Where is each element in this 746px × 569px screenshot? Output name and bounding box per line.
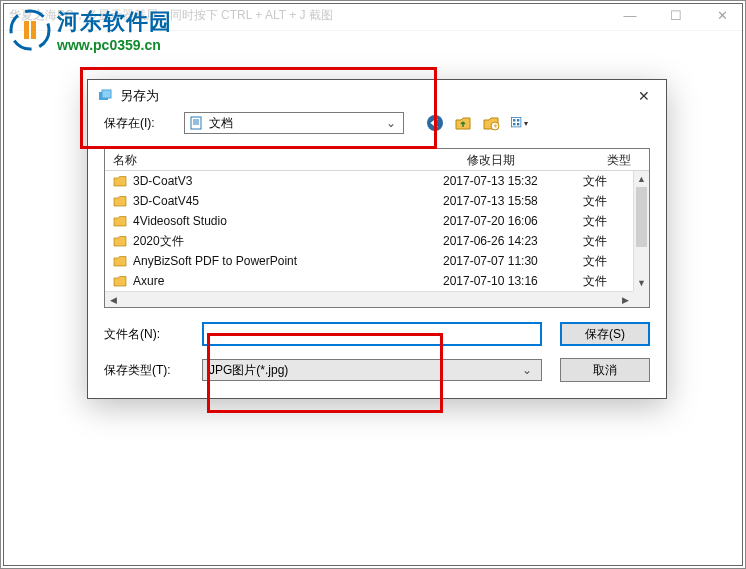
folder-icon [113, 196, 127, 207]
file-date: 2017-07-10 13:16 [443, 274, 583, 288]
file-type: 文件 [583, 193, 633, 210]
scroll-up-icon[interactable]: ▲ [634, 171, 649, 187]
file-type: 文件 [583, 273, 633, 290]
file-date: 2017-06-26 14:23 [443, 234, 583, 248]
file-name: Axure [133, 274, 164, 288]
svg-rect-15 [513, 123, 515, 125]
svg-point-0 [11, 11, 49, 49]
list-item[interactable]: 3D-CoatV452017-07-13 15:58文件 [105, 191, 633, 211]
svg-rect-14 [517, 119, 519, 121]
documents-icon [189, 116, 203, 130]
chevron-down-icon: ⌄ [383, 116, 399, 130]
filename-label: 文件名(N): [104, 326, 184, 343]
dialog-title: 另存为 [120, 87, 632, 105]
dialog-icon [98, 89, 112, 103]
column-header-date[interactable]: 修改日期 [459, 149, 599, 170]
view-menu-icon[interactable]: ▾ [510, 114, 528, 132]
up-folder-icon[interactable] [454, 114, 472, 132]
filetype-label: 保存类型(T): [104, 362, 184, 379]
svg-rect-4 [102, 90, 111, 98]
svg-point-9 [427, 115, 443, 131]
scroll-right-icon[interactable]: ▶ [617, 292, 633, 308]
file-list: 名称 修改日期 类型 3D-CoatV32017-07-13 15:32文件3D… [104, 148, 650, 308]
dialog-close-button[interactable]: ✕ [632, 84, 656, 108]
parent-max-button[interactable]: ☐ [653, 1, 699, 31]
folder-icon [113, 216, 127, 227]
file-date: 2017-07-13 15:32 [443, 174, 583, 188]
file-type: 文件 [583, 233, 633, 250]
save-as-dialog: 另存为 ✕ 保存在(I): 文档 ⌄ ✳ ▾ 名称 修改日期 [87, 79, 667, 399]
file-type: 文件 [583, 253, 633, 270]
watermark-logo-icon [9, 9, 51, 51]
watermark: 河东软件园 www.pc0359.cn [9, 7, 172, 53]
list-item[interactable]: 2020文件2017-06-26 14:23文件 [105, 231, 633, 251]
svg-rect-1 [24, 21, 29, 39]
back-icon[interactable] [426, 114, 444, 132]
folder-icon [113, 236, 127, 247]
chevron-down-icon: ⌄ [519, 363, 535, 377]
file-name: 4Videosoft Studio [133, 214, 227, 228]
vertical-scrollbar[interactable]: ▲ ▼ [633, 171, 649, 291]
save-in-label: 保存在(I): [104, 115, 174, 132]
cancel-button[interactable]: 取消 [560, 358, 650, 382]
svg-text:✳: ✳ [493, 123, 498, 129]
svg-rect-12 [512, 118, 521, 127]
scroll-thumb[interactable] [636, 187, 647, 247]
folder-icon [113, 276, 127, 287]
file-name: 3D-CoatV3 [133, 174, 192, 188]
svg-rect-5 [191, 117, 201, 129]
svg-rect-16 [517, 123, 519, 125]
file-name: AnyBizSoft PDF to PowerPoint [133, 254, 297, 268]
scrollbar-corner [633, 291, 649, 307]
watermark-site-url: www.pc0359.cn [57, 37, 172, 53]
scroll-down-icon[interactable]: ▼ [634, 275, 649, 291]
list-item[interactable]: 4Videosoft Studio2017-07-20 16:06文件 [105, 211, 633, 231]
watermark-site-name: 河东软件园 [57, 7, 172, 37]
parent-close-button[interactable]: ✕ [699, 1, 745, 31]
file-date: 2017-07-07 11:30 [443, 254, 583, 268]
file-name: 2020文件 [133, 233, 184, 250]
folder-icon [113, 256, 127, 267]
file-type: 文件 [583, 213, 633, 230]
folder-icon [113, 176, 127, 187]
scroll-left-icon[interactable]: ◀ [105, 292, 121, 308]
column-header-name[interactable]: 名称 [105, 149, 459, 170]
svg-rect-2 [31, 21, 36, 39]
parent-min-button[interactable]: — [607, 1, 653, 31]
save-in-value: 文档 [209, 115, 377, 132]
filename-input[interactable] [202, 322, 542, 346]
list-item[interactable]: 3D-CoatV32017-07-13 15:32文件 [105, 171, 633, 191]
dialog-titlebar[interactable]: 另存为 ✕ [88, 80, 666, 112]
svg-rect-13 [513, 119, 515, 121]
list-item[interactable]: AnyBizSoft PDF to PowerPoint2017-07-07 1… [105, 251, 633, 271]
column-header-type[interactable]: 类型 [599, 149, 649, 170]
file-date: 2017-07-20 16:06 [443, 214, 583, 228]
filetype-combo[interactable]: JPG图片(*.jpg) ⌄ [202, 359, 542, 381]
new-folder-icon[interactable]: ✳ [482, 114, 500, 132]
file-type: 文件 [583, 173, 633, 190]
file-list-header[interactable]: 名称 修改日期 类型 [105, 149, 649, 171]
save-in-combo[interactable]: 文档 ⌄ [184, 112, 404, 134]
filetype-value: JPG图片(*.jpg) [209, 362, 519, 379]
list-item[interactable]: Axure2017-07-10 13:16文件 [105, 271, 633, 291]
file-name: 3D-CoatV45 [133, 194, 199, 208]
save-button[interactable]: 保存(S) [560, 322, 650, 346]
file-date: 2017-07-13 15:58 [443, 194, 583, 208]
horizontal-scrollbar[interactable]: ◀ ▶ [105, 291, 633, 307]
